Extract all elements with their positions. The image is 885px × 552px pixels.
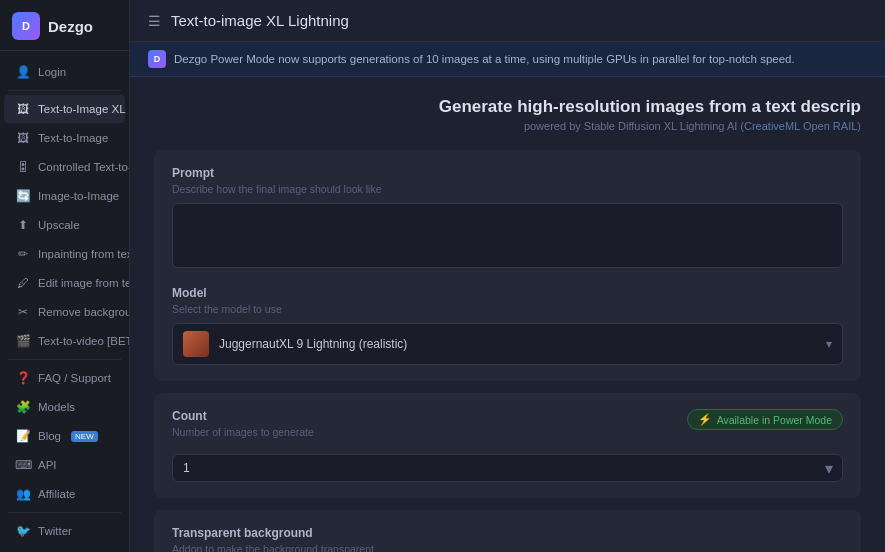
model-field-group: Model Select the model to use Juggernaut… xyxy=(172,286,843,365)
sidebar-item-models[interactable]: 🧩 Models xyxy=(4,393,125,421)
twitter-icon: 🐦 xyxy=(16,524,30,538)
model-select[interactable]: JuggernautXL 9 Lightning (realistic) ▾ xyxy=(172,323,843,365)
prompt-section: Prompt Describe how the final image shou… xyxy=(154,150,861,381)
sidebar-item-label: Upscale xyxy=(38,219,80,231)
sidebar-item-remove-bg[interactable]: ✂ Remove background xyxy=(4,298,125,326)
prompt-sublabel: Describe how the final image should look… xyxy=(172,183,843,195)
sidebar-item-text-to-image-xl[interactable]: 🖼 Text-to-Image XL xyxy=(4,95,125,123)
count-select-wrapper: 1 2 3 4 5 xyxy=(172,454,843,482)
image-icon: 🖼 xyxy=(16,131,30,145)
banner-prefix: Dezgo Power Mode now supports generation… xyxy=(174,53,426,65)
sidebar-item-label: Text-to-Image xyxy=(38,132,108,144)
banner-suffix: at a time, using multiple GPUs in parall… xyxy=(479,53,795,65)
banner-text: Dezgo Power Mode now supports generation… xyxy=(174,53,795,65)
sidebar-item-image-to-image[interactable]: 🔄 Image-to-Image xyxy=(4,182,125,210)
remove-bg-icon: ✂ xyxy=(16,305,30,319)
bolt-icon: ⚡ xyxy=(698,413,712,426)
model-avatar xyxy=(183,331,209,357)
sidebar-item-label: Edit image from text xyxy=(38,277,130,289)
sidebar-item-label: Text-to-Image XL xyxy=(38,103,126,115)
menu-icon[interactable]: ☰ xyxy=(148,13,161,29)
sidebar-item-text-to-video[interactable]: 🎬 Text-to-video [BETA] xyxy=(4,327,125,355)
i2i-icon: 🔄 xyxy=(16,189,30,203)
sidebar-item-api[interactable]: ⌨ API xyxy=(4,451,125,479)
power-badge-label: Available in Power Mode xyxy=(717,414,832,426)
sidebar-item-inpainting[interactable]: ✏ Inpainting from text xyxy=(4,240,125,268)
count-label: Count xyxy=(172,409,314,423)
sidebar-item-faq[interactable]: ❓ FAQ / Support xyxy=(4,364,125,392)
power-mode-badge: ⚡ Available in Power Mode xyxy=(687,409,843,430)
video-icon: 🎬 xyxy=(16,334,30,348)
model-name: JuggernautXL 9 Lightning (realistic) xyxy=(219,337,816,351)
models-icon: 🧩 xyxy=(16,400,30,414)
sidebar-item-label: Text-to-video [BETA] xyxy=(38,335,130,347)
sidebar-item-twitter[interactable]: 🐦 Twitter xyxy=(4,517,125,545)
sidebar-item-label: Controlled Text-to-Image xyxy=(38,161,130,173)
main-content: ☰ Text-to-image XL Lightning D Dezgo Pow… xyxy=(130,0,885,552)
topbar: ☰ Text-to-image XL Lightning xyxy=(130,0,885,42)
sidebar-item-label: Image-to-Image xyxy=(38,190,119,202)
power-mode-banner: D Dezgo Power Mode now supports generati… xyxy=(130,42,885,77)
sidebar-item-text-to-image[interactable]: 🖼 Text-to-Image xyxy=(4,124,125,152)
creative-ml-link[interactable]: CreativeML Open RAIL xyxy=(744,120,857,132)
count-label-row: Count Number of images to generate ⚡ Ava… xyxy=(172,409,843,446)
sidebar-item-label: FAQ / Support xyxy=(38,372,111,384)
sidebar-item-affiliate[interactable]: 👥 Affiliate xyxy=(4,480,125,508)
prompt-input[interactable] xyxy=(172,203,843,268)
prompt-field-group: Prompt Describe how the final image shou… xyxy=(172,166,843,272)
image-xl-icon: 🖼 xyxy=(16,102,30,116)
blog-icon: 📝 xyxy=(16,429,30,443)
page-header-subtitle: powered by Stable Diffusion XL Lightning… xyxy=(154,120,861,132)
sidebar-item-edit-image[interactable]: 🖊 Edit image from text xyxy=(4,269,125,297)
transparent-bg-sublabel: Addon to make the background transparent xyxy=(172,543,843,552)
affiliate-icon: 👥 xyxy=(16,487,30,501)
sidebar-item-controlled[interactable]: 🎛 Controlled Text-to-Image xyxy=(4,153,125,181)
model-sublabel: Select the model to use xyxy=(172,303,843,315)
sidebar-item-label: Login xyxy=(38,66,66,78)
page-header: Generate high-resolution images from a t… xyxy=(154,97,861,132)
sidebar-divider-3 xyxy=(8,512,121,513)
sidebar-item-label: API xyxy=(38,459,57,471)
model-label: Model xyxy=(172,286,843,300)
count-select[interactable]: 1 2 3 4 5 xyxy=(172,454,843,482)
edit-icon: 🖊 xyxy=(16,276,30,290)
sidebar-divider-1 xyxy=(8,90,121,91)
transparent-bg-label: Transparent background xyxy=(172,526,843,540)
logo-icon: D xyxy=(12,12,40,40)
sidebar-item-label: Models xyxy=(38,401,75,413)
transparent-bg-section: Transparent background Addon to make the… xyxy=(154,510,861,552)
blog-badge: NEW xyxy=(71,431,98,442)
prompt-label: Prompt xyxy=(172,166,843,180)
faq-icon: ❓ xyxy=(16,371,30,385)
sidebar-item-discord[interactable]: 💬 Discord xyxy=(4,546,125,552)
page-header-title: Generate high-resolution images from a t… xyxy=(154,97,861,117)
count-sublabel: Number of images to generate xyxy=(172,426,314,438)
app-name: Dezgo xyxy=(48,18,93,35)
sidebar-item-upscale[interactable]: ⬆ Upscale xyxy=(4,211,125,239)
form-content: Generate high-resolution images from a t… xyxy=(130,77,885,552)
sidebar-item-login[interactable]: 👤 Login xyxy=(4,58,125,86)
api-icon: ⌨ xyxy=(16,458,30,472)
banner-highlight: 10 images xyxy=(426,53,479,65)
sidebar-item-label: Blog xyxy=(38,430,61,442)
sidebar: D Dezgo 👤 Login 🖼 Text-to-Image XL 🖼 Tex… xyxy=(0,0,130,552)
page-title: Text-to-image XL Lightning xyxy=(171,12,349,29)
inpainting-icon: ✏ xyxy=(16,247,30,261)
controlled-icon: 🎛 xyxy=(16,160,30,174)
sidebar-nav: 👤 Login 🖼 Text-to-Image XL 🖼 Text-to-Ima… xyxy=(0,51,129,552)
sidebar-divider-2 xyxy=(8,359,121,360)
login-icon: 👤 xyxy=(16,65,30,79)
count-section: Count Number of images to generate ⚡ Ava… xyxy=(154,393,861,498)
model-select-arrow: ▾ xyxy=(826,337,832,351)
app-logo[interactable]: D Dezgo xyxy=(0,0,129,51)
sidebar-item-label: Affiliate xyxy=(38,488,76,500)
upscale-icon: ⬆ xyxy=(16,218,30,232)
sidebar-item-label: Inpainting from text xyxy=(38,248,130,260)
sidebar-item-label: Remove background xyxy=(38,306,130,318)
sidebar-item-label: Twitter xyxy=(38,525,72,537)
banner-logo-icon: D xyxy=(148,50,166,68)
sidebar-item-blog[interactable]: 📝 Blog NEW xyxy=(4,422,125,450)
